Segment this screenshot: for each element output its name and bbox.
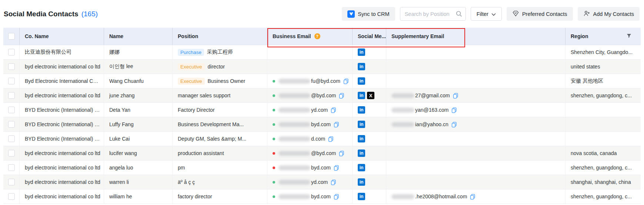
- name-cell: Wang Chuanfu: [104, 74, 173, 88]
- masked-email-blur: [278, 79, 310, 84]
- select-all-cell: [3, 28, 20, 45]
- linkedin-icon[interactable]: in: [358, 77, 365, 85]
- row-checkbox[interactable]: [8, 107, 15, 113]
- contact-name: Luke Cai: [109, 136, 130, 142]
- copy-icon[interactable]: [343, 78, 349, 84]
- row-checkbox[interactable]: [8, 164, 15, 171]
- header-supplementary-label: Supplementary Email: [391, 33, 444, 39]
- row-select-cell: [3, 117, 20, 131]
- name-cell: june zhang: [104, 88, 173, 102]
- email-fragment: @byd.com: [311, 93, 336, 98]
- copy-icon[interactable]: [453, 93, 459, 99]
- header-company: Co. Name: [20, 28, 104, 45]
- region-filter-funnel-icon[interactable]: [626, 33, 632, 40]
- header-business-email: Business Email ?: [267, 28, 353, 45]
- position-text: Business Owner: [208, 78, 246, 84]
- company-name: BYD Electronic (International) C...: [25, 136, 101, 142]
- header-social-label: Social Me...: [358, 33, 386, 39]
- linkedin-icon[interactable]: in: [358, 63, 365, 70]
- region-text: shenzhen, guangdong, c...: [571, 165, 632, 171]
- table-row: byd electronic international co ltdlucif…: [3, 146, 641, 161]
- sync-to-crm-button[interactable]: Sync to CRM: [342, 7, 395, 21]
- row-checkbox[interactable]: [8, 78, 15, 84]
- position-text: factory director: [178, 194, 212, 199]
- linkedin-icon[interactable]: in: [358, 178, 365, 186]
- row-checkbox[interactable]: [8, 92, 15, 99]
- copy-icon[interactable]: [338, 93, 345, 99]
- masked-email-blur: [391, 122, 414, 127]
- chevron-down-icon: [491, 11, 496, 17]
- table-row: BYD Electronic (International) C...Luffy…: [3, 117, 641, 132]
- contact-name: june zhang: [109, 93, 135, 98]
- name-cell: Deta Yan: [104, 103, 173, 117]
- row-checkbox[interactable]: [8, 121, 15, 128]
- email-fragment: byd.com: [311, 194, 331, 199]
- linkedin-icon[interactable]: in: [358, 92, 365, 99]
- help-icon[interactable]: ?: [314, 33, 320, 39]
- select-all-checkbox[interactable]: [8, 33, 15, 40]
- company-cell: byd electronic international co ltd: [20, 161, 104, 175]
- linkedin-icon[interactable]: in: [358, 193, 365, 200]
- linkedin-icon[interactable]: in: [358, 135, 365, 142]
- copy-icon[interactable]: [333, 194, 340, 200]
- linkedin-icon[interactable]: in: [358, 106, 365, 114]
- social-media-cell: in: [353, 103, 386, 117]
- linkedin-icon[interactable]: in: [358, 48, 365, 56]
- table-header-row: Co. Name Name Position Business Email ? …: [3, 28, 641, 45]
- copy-icon[interactable]: [333, 121, 340, 128]
- position-tag: Executive: [178, 63, 205, 70]
- contact-count-badge: (165): [81, 10, 98, 18]
- company-cell: BYD Electronic (International) C...: [20, 117, 104, 131]
- row-checkbox[interactable]: [8, 150, 15, 157]
- social-media-cell: in: [353, 146, 386, 160]
- social-media-cell: in: [353, 132, 386, 146]
- row-checkbox[interactable]: [8, 193, 15, 200]
- region-cell: 安徽 其他地区: [565, 74, 641, 88]
- masked-email-blur: [278, 180, 310, 185]
- company-name: byd electronic international co ltd: [25, 93, 100, 98]
- company-name: Byd Electronic International Co ...: [25, 78, 101, 84]
- copy-icon[interactable]: [330, 107, 337, 113]
- business-email-cell: [267, 45, 353, 59]
- social-media-cell: in: [353, 74, 386, 88]
- copy-icon[interactable]: [451, 107, 457, 113]
- company-cell: byd electronic international co ltd: [20, 88, 104, 102]
- add-my-contacts-label: Add My Contacts: [593, 11, 634, 17]
- row-checkbox[interactable]: [8, 179, 15, 185]
- sync-to-crm-label: Sync to CRM: [358, 11, 389, 17]
- table-row: byd electronic international co ltdangel…: [3, 161, 641, 175]
- header-position-label: Position: [178, 33, 198, 39]
- row-select-cell: [3, 60, 20, 74]
- position-cell: factory director: [173, 189, 267, 204]
- copy-icon[interactable]: [328, 136, 334, 142]
- x-twitter-icon[interactable]: X: [367, 92, 374, 99]
- linkedin-icon[interactable]: in: [358, 121, 365, 128]
- filter-label: Filter: [477, 11, 488, 17]
- linkedin-icon[interactable]: in: [358, 149, 365, 157]
- copy-icon[interactable]: [333, 165, 340, 171]
- company-cell: byd electronic international co ltd: [20, 146, 104, 160]
- linkedin-icon[interactable]: in: [358, 164, 365, 171]
- row-select-cell: [3, 161, 20, 175]
- person-plus-icon: [583, 10, 590, 18]
- row-checkbox[interactable]: [8, 63, 15, 70]
- region-cell: [565, 132, 641, 146]
- name-cell: 이인형 lee: [104, 60, 173, 74]
- table-row: byd electronic international co ltdjune …: [3, 88, 641, 103]
- copy-icon[interactable]: [451, 121, 457, 128]
- business-email-cell: byd.com: [267, 161, 353, 175]
- masked-email-blur: [278, 151, 310, 156]
- preferred-contacts-button[interactable]: Preferred Contacts: [507, 7, 573, 21]
- copy-icon[interactable]: [338, 150, 345, 157]
- masked-email-blur: [391, 108, 414, 112]
- contact-name: warren li: [109, 179, 129, 185]
- row-checkbox[interactable]: [8, 49, 15, 56]
- supplementary-email-fragment: ian@yahoo.cn: [415, 121, 448, 127]
- position-text: production assistant: [178, 150, 224, 156]
- copy-icon[interactable]: [470, 194, 476, 200]
- copy-icon[interactable]: [330, 179, 337, 185]
- add-my-contacts-button[interactable]: Add My Contacts: [578, 7, 640, 21]
- filter-button[interactable]: Filter: [471, 7, 502, 21]
- row-checkbox[interactable]: [8, 135, 15, 142]
- business-email-cell: yd.com: [267, 175, 353, 189]
